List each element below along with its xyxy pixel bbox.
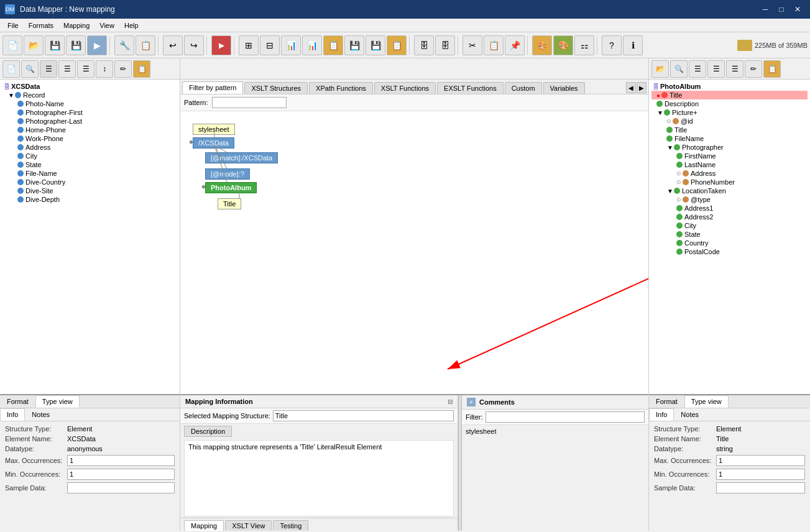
left-tree-root[interactable]: 🗄 XCSData bbox=[2, 82, 177, 91]
tb-help[interactable]: ? bbox=[602, 35, 622, 55]
right-format-tab[interactable]: Format bbox=[649, 395, 684, 408]
right-val-sample[interactable] bbox=[716, 482, 805, 493]
left-tb2[interactable]: 🔍 bbox=[21, 60, 39, 78]
left-val-maxocc[interactable] bbox=[67, 455, 175, 466]
canvas-node-xcsdata[interactable]: /XCSData bbox=[193, 137, 234, 149]
left-notes-tab[interactable]: Notes bbox=[25, 408, 57, 421]
tab-variables[interactable]: Variables bbox=[543, 82, 585, 94]
tree-item-divecountry[interactable]: Dive-Country bbox=[2, 178, 177, 186]
right-typeview-tab[interactable]: Type view bbox=[684, 395, 729, 408]
left-format-tab[interactable]: Format bbox=[0, 395, 35, 408]
tb-btn-c[interactable]: 📊 bbox=[281, 35, 301, 55]
tb-info[interactable]: ℹ bbox=[623, 35, 643, 55]
maximize-button[interactable]: □ bbox=[774, 3, 789, 16]
right-tree-address1[interactable]: Address1 bbox=[651, 204, 808, 213]
left-tb8[interactable]: 📋 bbox=[133, 60, 150, 78]
tb-btn-a[interactable]: ⊞ bbox=[239, 35, 259, 55]
tb-format[interactable]: ⚏ bbox=[574, 35, 594, 55]
tab-filter-pattern[interactable]: Filter by pattern bbox=[182, 81, 243, 94]
tree-item-photoname[interactable]: Photo-Name bbox=[2, 99, 177, 108]
tree-item-record[interactable]: ▼ Record bbox=[2, 91, 177, 99]
tb-btn-h[interactable]: 📋 bbox=[387, 35, 407, 55]
left-tb3[interactable]: ☰ bbox=[40, 60, 57, 78]
description-button[interactable]: Description bbox=[184, 426, 232, 437]
right-tb4[interactable]: ☰ bbox=[707, 60, 725, 78]
right-val-maxocc[interactable] bbox=[716, 455, 805, 466]
right-tree-picture[interactable]: ▼ Picture+ bbox=[651, 108, 808, 117]
right-info-tab[interactable]: Info bbox=[649, 408, 674, 421]
expand-location[interactable]: ▼ bbox=[666, 188, 674, 195]
mapping-collapse[interactable]: ⊟ bbox=[448, 398, 453, 405]
tab-next[interactable]: ▶ bbox=[637, 82, 647, 93]
right-tb3[interactable]: ☰ bbox=[689, 60, 706, 78]
menu-view[interactable]: View bbox=[94, 21, 119, 30]
tree-item-state[interactable]: State bbox=[2, 160, 177, 169]
minimize-button[interactable]: ─ bbox=[758, 3, 773, 16]
tb-btn-6[interactable]: 📋 bbox=[136, 35, 155, 55]
undo-button[interactable]: ↩ bbox=[163, 35, 183, 55]
tree-item-filename[interactable]: File-Name bbox=[2, 169, 177, 178]
right-tree-filename[interactable]: FileName bbox=[651, 134, 808, 143]
right-tree-state[interactable]: State bbox=[651, 230, 808, 239]
canvas-node-title[interactable]: Title bbox=[218, 198, 241, 209]
tb-btn-j[interactable]: 🗄 bbox=[435, 35, 455, 55]
right-tree-photographer[interactable]: ▼ Photographer bbox=[651, 143, 808, 152]
left-val-minocc[interactable] bbox=[67, 469, 175, 480]
right-tree-description[interactable]: Description bbox=[651, 99, 808, 108]
tree-item-divedepth[interactable]: Dive-Depth bbox=[2, 195, 177, 204]
left-tb1[interactable]: 📄 bbox=[2, 60, 20, 78]
right-tb6[interactable]: ✏ bbox=[745, 60, 762, 78]
right-tree-locationtaken[interactable]: ▼ LocationTaken bbox=[651, 186, 808, 195]
tree-item-photofirst[interactable]: Photographer-First bbox=[2, 108, 177, 117]
right-tb2[interactable]: 🔍 bbox=[670, 60, 688, 78]
right-tree-address2[interactable]: Address2 bbox=[651, 213, 808, 221]
expand-record[interactable]: ▼ bbox=[7, 92, 15, 99]
tab-mapping[interactable]: Mapping bbox=[184, 520, 224, 531]
publish-button[interactable]: ▶ bbox=[87, 35, 107, 55]
right-tb1[interactable]: 📂 bbox=[651, 60, 669, 78]
tab-xslt-structures[interactable]: XSLT Structures bbox=[244, 82, 308, 94]
tb-copy[interactable]: 📋 bbox=[484, 35, 504, 55]
right-tb5[interactable]: ☰ bbox=[726, 60, 743, 78]
tree-item-workphone[interactable]: Work-Phone bbox=[2, 134, 177, 143]
tab-testing[interactable]: Testing bbox=[273, 520, 308, 531]
right-tree-phone[interactable]: ⊙ PhoneNumber bbox=[651, 178, 808, 186]
left-val-sample[interactable] bbox=[67, 482, 175, 493]
tb-btn-g[interactable]: 💾 bbox=[366, 35, 385, 55]
pattern-input[interactable] bbox=[212, 97, 287, 108]
tb-btn-d[interactable]: 📊 bbox=[302, 35, 322, 55]
menu-formats[interactable]: Formats bbox=[24, 21, 58, 30]
tb-btn-e[interactable]: 📋 bbox=[323, 35, 343, 55]
selected-value-input[interactable] bbox=[273, 410, 454, 421]
redo-button[interactable]: ↪ bbox=[184, 35, 204, 55]
right-tree-postalcode[interactable]: PostalCode bbox=[651, 247, 808, 256]
tree-item-city[interactable]: City bbox=[2, 152, 177, 160]
save-button[interactable]: 💾 bbox=[45, 35, 65, 55]
right-tree-address[interactable]: ⊙ Address bbox=[651, 169, 808, 178]
tab-xslt-functions[interactable]: XSLT Functions bbox=[374, 82, 436, 94]
canvas-node-stylesheet[interactable]: stylesheet bbox=[193, 124, 235, 135]
tree-item-homephone[interactable]: Home-Phone bbox=[2, 126, 177, 134]
tb-paste[interactable]: 📌 bbox=[505, 35, 525, 55]
left-info-tab[interactable]: Info bbox=[0, 408, 25, 421]
canvas-node-photoalbum[interactable]: PhotoAlbum bbox=[205, 182, 257, 193]
tb-color2[interactable]: 🎨 bbox=[553, 35, 573, 55]
left-tb6[interactable]: ↕ bbox=[96, 60, 113, 78]
right-tree-firstname[interactable]: FirstName bbox=[651, 152, 808, 160]
right-tb7[interactable]: 📋 bbox=[763, 60, 781, 78]
menu-mapping[interactable]: Mapping bbox=[58, 21, 94, 30]
right-val-minocc[interactable] bbox=[716, 469, 805, 480]
canvas-node-mode[interactable]: [@mode]:? bbox=[205, 168, 250, 180]
tab-xslt-view[interactable]: XSLT View bbox=[225, 520, 272, 531]
left-tb7[interactable]: ✏ bbox=[114, 60, 132, 78]
canvas-node-matchxcs[interactable]: [@match]:/XCSData bbox=[205, 152, 278, 163]
menu-help[interactable]: Help bbox=[119, 21, 144, 30]
tb-btn-i[interactable]: 🗄 bbox=[414, 35, 434, 55]
right-tree-lastname[interactable]: LastName bbox=[651, 160, 808, 169]
tb-cut[interactable]: ✂ bbox=[463, 35, 482, 55]
left-typeview-tab[interactable]: Type view bbox=[35, 395, 80, 408]
tree-item-address[interactable]: Address bbox=[2, 143, 177, 152]
run-button[interactable]: ▶ bbox=[211, 35, 231, 55]
tab-exslt-functions[interactable]: EXSLT Functions bbox=[437, 82, 504, 94]
tb-color1[interactable]: 🎨 bbox=[532, 35, 552, 55]
